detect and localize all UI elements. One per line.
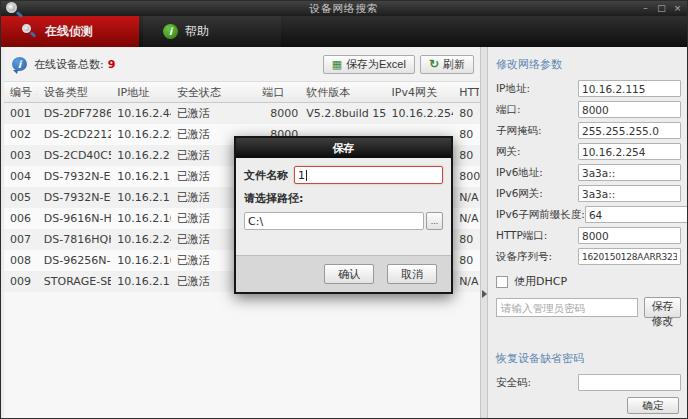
cell-no: 003: [4, 149, 38, 162]
cell-ipv4-gateway: 10.16.2.254: [386, 107, 454, 120]
refresh-button[interactable]: ↻ 刷新: [420, 55, 474, 74]
path-input[interactable]: C:\: [244, 212, 424, 230]
security-code-row: 安全码:: [496, 374, 681, 391]
cell-ip-address: 10.16.2.105: [111, 254, 171, 267]
cancel-button[interactable]: 取消: [387, 264, 437, 284]
field-label: 端口:: [496, 103, 521, 117]
cell-http-port: 80: [453, 107, 480, 120]
security-code-input[interactable]: [578, 374, 681, 391]
cell-no: 005: [4, 191, 38, 204]
http-port-field[interactable]: [578, 227, 681, 244]
network-field-row: 网关:: [496, 143, 681, 160]
header-http-port[interactable]: HTT: [453, 82, 480, 102]
cell-no: 006: [4, 212, 38, 225]
field-label: HTTP端口:: [496, 229, 547, 243]
cell-device-type: DS-7932N-E4: [38, 170, 112, 183]
cell-http-port: N/A: [453, 191, 480, 204]
field-label: IPv6地址:: [496, 166, 543, 180]
gateway-field[interactable]: [578, 143, 681, 160]
cell-http-port: 80: [453, 254, 480, 267]
cell-ip-address: 10.16.2.247: [111, 233, 171, 246]
browse-path-button[interactable]: ...: [426, 212, 443, 230]
magnifier-handle: [16, 11, 23, 18]
password-row: 保存修改: [496, 297, 681, 318]
ipv6-prefix-length-field[interactable]: [585, 206, 687, 223]
subnet-mask-field[interactable]: [578, 122, 681, 139]
network-field-row: 端口:: [496, 101, 681, 118]
admin-password-input[interactable]: [496, 298, 638, 317]
field-label: IP地址:: [496, 82, 530, 96]
filename-label: 文件名称: [244, 168, 288, 183]
cell-ip-address: 10.16.2.111: [111, 275, 171, 288]
network-field-row: IPv6子网前缀长度:: [496, 206, 681, 223]
title-bar: 设备网络搜索 – □ ×: [1, 1, 687, 16]
maximize-button[interactable]: □: [655, 3, 668, 14]
cell-no: 004: [4, 170, 38, 183]
ipv6-gateway-field[interactable]: [578, 185, 681, 202]
select-path-label: 请选择路径:: [244, 191, 437, 206]
header-software-version[interactable]: 软件版本: [300, 82, 385, 102]
tab-bar: 在线侦测 i 帮助: [1, 16, 687, 47]
filename-input[interactable]: 1: [294, 166, 443, 184]
online-total-label: 在线设备总数:: [34, 57, 104, 72]
port-field[interactable]: [578, 101, 681, 118]
cell-no: 007: [4, 233, 38, 246]
field-label: IPv6网关:: [496, 187, 543, 201]
cell-device-type: STORAGE-SE...: [38, 275, 112, 288]
table-row[interactable]: 001 DS-2DF7286-A 10.16.2.44 已激活 8000 V5.…: [4, 103, 480, 124]
field-label: 网关:: [496, 145, 521, 159]
cell-security-status: 已激活: [171, 106, 256, 121]
cell-device-type: DS-2CD2212-I5: [38, 128, 112, 141]
minimize-button[interactable]: –: [639, 3, 652, 14]
path-value: C:\: [248, 215, 263, 228]
header-security-status[interactable]: 安全状态: [171, 82, 256, 102]
save-as-excel-button[interactable]: ▦ 保存为Excel: [323, 55, 415, 74]
cell-http-port: 8000: [453, 170, 480, 183]
network-field-row: IPv6地址:: [496, 164, 681, 181]
cell-http-port: N/A: [453, 275, 480, 288]
cell-ip-address: 10.16.2.44: [111, 107, 171, 120]
cell-device-type: DS-96256N-E1...: [38, 254, 112, 267]
tab-help-label: 帮助: [185, 23, 209, 40]
cell-software-version: V5.2.8build 150124: [300, 107, 385, 120]
restore-password-header: 恢复设备缺省密码: [496, 351, 681, 366]
confirm-restore-button[interactable]: 确定: [627, 397, 679, 414]
cell-device-type: DS-7932N-E4: [38, 191, 112, 204]
splitter-collapse-icon[interactable]: [482, 290, 487, 298]
ipv6-address-field[interactable]: [578, 164, 681, 181]
window-title: 设备网络搜索: [310, 2, 379, 16]
cell-ip-address: 10.16.2.115: [111, 191, 171, 204]
field-label: IPv6子网前缀长度:: [496, 208, 585, 222]
tab-online-detection[interactable]: 在线侦测: [1, 16, 139, 47]
save-dialog: 保存 文件名称 1 请选择路径: C:\ ... 确认 取消: [234, 136, 453, 294]
cell-http-port: 80: [453, 233, 480, 246]
network-field-row: 设备序列号:: [496, 248, 681, 265]
cell-http-port: N/A: [453, 212, 480, 225]
save-changes-button[interactable]: 保存修改: [644, 297, 681, 318]
cell-no: 002: [4, 128, 38, 141]
cell-device-type: DS-2CD40C5F: [38, 149, 112, 162]
panel-splitter[interactable]: [480, 47, 488, 419]
text-caret: [306, 170, 307, 181]
cell-ip-address: 10.16.2.115: [111, 170, 171, 183]
header-ip-address[interactable]: IP地址: [111, 82, 171, 102]
device-table-header: 编号 设备类型 IP地址 安全状态 端口 软件版本 IPv4网关 HTT: [4, 82, 480, 103]
serial-number-field[interactable]: [578, 248, 681, 265]
tab-help[interactable]: i 帮助: [143, 16, 281, 47]
header-ipv4-gateway[interactable]: IPv4网关: [386, 82, 454, 102]
app-window: 设备网络搜索 – □ × 在线侦测 i 帮助 i 在线设备总数: 9: [0, 0, 688, 419]
ip-address-field[interactable]: [578, 80, 681, 97]
cell-http-port: 80: [453, 128, 480, 141]
cell-port: 8000: [256, 107, 300, 120]
field-label: 设备序列号:: [496, 250, 552, 264]
confirm-button[interactable]: 确认: [324, 264, 374, 284]
excel-icon: ▦: [332, 59, 342, 70]
header-no[interactable]: 编号: [4, 82, 38, 102]
close-button[interactable]: ×: [671, 3, 684, 14]
header-port[interactable]: 端口: [256, 82, 300, 102]
header-device-type[interactable]: 设备类型: [38, 82, 112, 102]
dhcp-row: 使用DHCP: [496, 274, 681, 289]
online-total-value: 9: [108, 58, 116, 71]
dhcp-checkbox[interactable]: [496, 276, 508, 288]
window-controls: – □ ×: [639, 3, 684, 14]
